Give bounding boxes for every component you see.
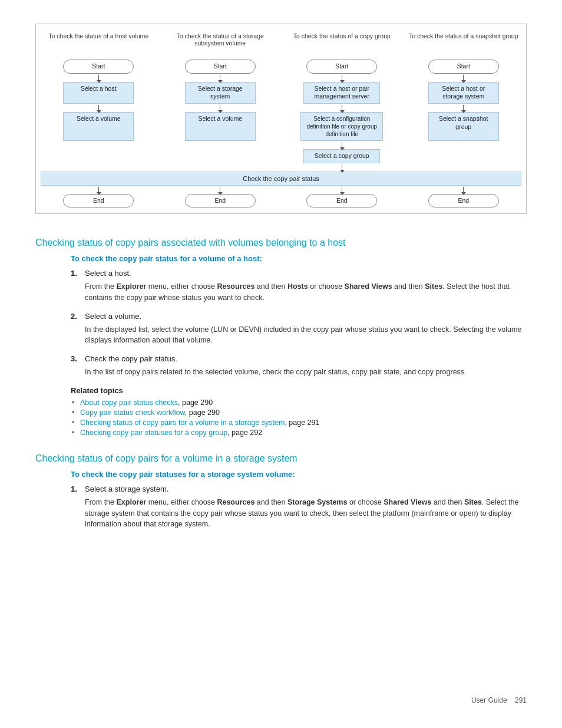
col3-node2: Select a configuration definition file o… [300,112,383,141]
related-link-4[interactable]: Checking copy pair statuses for a copy g… [80,429,227,437]
step2-title: Select a volume. [85,312,527,321]
s2-step1-desc: From the Explorer menu, either choose Re… [85,497,527,530]
related-item-3: Checking status of copy pairs for a volu… [71,419,527,427]
col3-start: Start [306,60,377,74]
col3-node1: Select a host or pair management server [303,82,380,104]
section2: Checking status of copy pairs for a volu… [35,453,527,530]
col2-end: End [185,194,256,208]
step3: Check the copy pair status. In the list … [71,354,527,378]
col1-node2: Select a volume [63,112,134,141]
col3-node3: Select a copy group [303,149,380,163]
section2-steps: Select a storage system. From the Explor… [71,485,527,530]
shared-node: Check the copy pair status [41,172,521,186]
step1: Select a host. From the Explorer menu, e… [71,269,527,304]
s2-step1: Select a storage system. From the Explor… [71,485,527,530]
step2-desc: In the displayed list, select the volume… [85,324,527,347]
col4-node1: Select a host or storage system [428,82,499,104]
related-suffix-1: , page 290 [178,398,213,407]
col4-node2: Select a snapshot group [428,112,499,141]
section2-subheading: To check the copy pair statuses for a st… [71,470,527,479]
section1-heading: Checking status of copy pairs associated… [35,238,527,248]
section2-heading: Checking status of copy pairs for a volu… [35,453,527,464]
col2-node1: Select a storage system [185,82,256,104]
step2: Select a volume. In the displayed list, … [71,312,527,347]
related-topics-list: About copy pair status checks, page 290 … [71,398,527,437]
related-topics: Related topics About copy pair status ch… [71,386,527,437]
section1-subheading: To check the copy pair status for a volu… [71,254,527,263]
related-suffix-2: , page 290 [185,409,220,417]
related-item-1: About copy pair status checks, page 290 [71,398,527,407]
related-item-4: Checking copy pair statuses for a copy g… [71,429,527,437]
footer-page: 291 [515,696,527,704]
col1-node1: Select a host [63,82,134,104]
col4-header: To check the status of a snapshot group [406,32,522,51]
col2-start: Start [185,60,256,74]
step1-title: Select a host. [85,269,527,278]
page-footer: User Guide 291 [471,696,527,704]
step1-desc: From the Explorer menu, either choose Re… [85,281,527,304]
col1-start: Start [63,60,134,74]
col4-start: Start [428,60,499,74]
related-link-3[interactable]: Checking status of copy pairs for a volu… [80,419,285,427]
col3-end: End [306,194,377,208]
related-link-2[interactable]: Copy pair status check workflow [80,409,185,417]
flowchart: To check the status of a host volume To … [35,24,527,214]
col4-end: End [428,194,499,208]
footer-label: User Guide [471,696,507,704]
step3-title: Check the copy pair status. [85,354,527,363]
related-suffix-3: , page 291 [285,419,319,427]
col1-header: To check the status of a host volume [41,32,157,51]
s2-step1-title: Select a storage system. [85,485,527,493]
section1: Checking status of copy pairs associated… [35,238,527,437]
related-link-1[interactable]: About copy pair status checks [80,398,178,407]
related-topics-title: Related topics [71,386,527,395]
col2-node2: Select a volume [185,112,256,141]
section1-steps: Select a host. From the Explorer menu, e… [71,269,527,378]
col2-header: To check the status of a storage subsyst… [163,32,279,51]
related-suffix-4: , page 292 [227,429,262,437]
step3-desc: In the list of copy pairs related to the… [85,367,527,378]
col3-header: To check the status of a copy group [284,32,400,51]
col1-end: End [63,194,134,208]
related-item-2: Copy pair status check workflow, page 29… [71,409,527,417]
